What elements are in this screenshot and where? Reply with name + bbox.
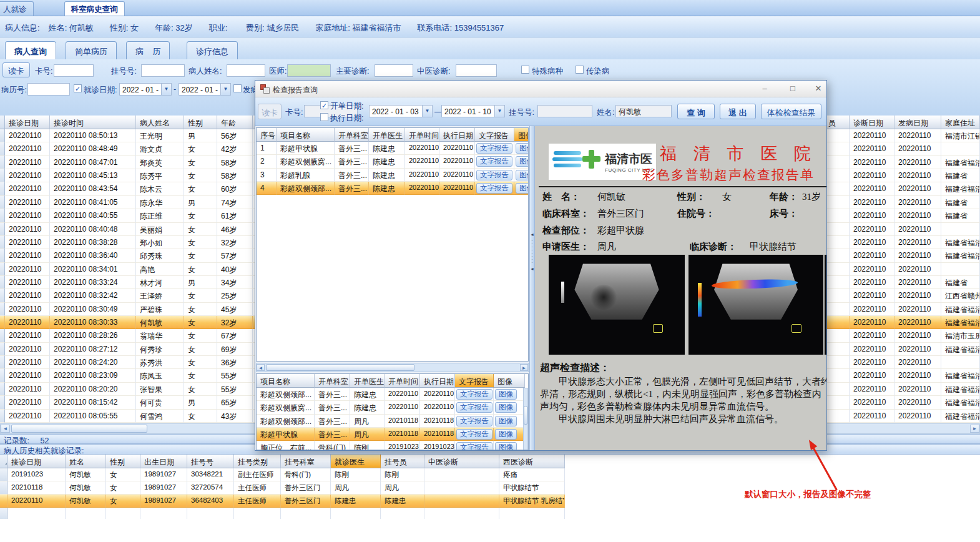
scroll-thumb[interactable] (266, 364, 414, 371)
column-header[interactable]: 性别 (106, 455, 140, 468)
table-row[interactable]: 3彩超乳腺普外三...陈建忠2022011020220110文字报告图像 (257, 169, 528, 182)
image-button[interactable]: 图像 (516, 143, 529, 154)
column-header[interactable]: 挂号员 (381, 455, 424, 468)
image-button[interactable]: 图像 (516, 170, 529, 180)
patient-name-input[interactable] (227, 64, 265, 77)
scroll-left-icon[interactable]: ◄ (1, 425, 10, 433)
top-tab-0[interactable]: 人就诊 (0, 1, 34, 16)
infectious-checkbox[interactable] (576, 66, 584, 74)
table-row[interactable]: 20191023何凯敏女1989102730348221副主任医师骨科(门)陈刚… (0, 468, 565, 481)
grid-hscrollbar[interactable]: ◄ ► (256, 363, 529, 372)
column-header[interactable]: 挂号号 (187, 455, 234, 468)
table-row[interactable]: 彩超双侧腋窝...普外三...陈建忠2022011020220110文字报告图像 (257, 401, 528, 414)
order-date-to-combo[interactable]: 2022 - 01 - 10▼ (441, 105, 505, 117)
column-header[interactable]: 接诊日期 (7, 455, 66, 468)
dialog-title-bar[interactable]: 检查报告查询 – □ ✕ (255, 81, 826, 97)
column-header[interactable]: 年龄 (217, 116, 253, 129)
column-header[interactable]: 图像 (514, 128, 529, 142)
text-report-button[interactable]: 文字报告 (456, 402, 492, 413)
table-row[interactable]: 4彩超双侧颈部...普外三...陈建忠2022011020220110文字报告图… (257, 182, 528, 195)
table-row[interactable]: 20220110何凯敏女1989102736482403主任医师普外三区门陈建忠… (0, 495, 565, 508)
image-button[interactable]: 图像 (495, 402, 517, 413)
column-header[interactable]: 开单医生 (369, 128, 405, 142)
chevron-down-icon[interactable]: ▼ (422, 106, 432, 117)
text-report-button[interactable]: 文字报告 (456, 389, 492, 400)
image-button[interactable]: 图像 (516, 156, 529, 167)
order-date-checkbox[interactable]: ✓ (320, 101, 328, 109)
text-report-button[interactable]: 文字报告 (476, 143, 512, 154)
scroll-right-icon[interactable]: ► (520, 364, 528, 371)
column-header[interactable]: 诊断日期 (850, 116, 894, 129)
close-button[interactable]: ✕ (808, 82, 828, 95)
exec-date-checkbox[interactable] (320, 113, 328, 121)
table-row[interactable]: 胸正位、右前...骨科(门)陈刚2019102320191023文字报告图像 (257, 441, 528, 450)
column-header[interactable]: 性别 (184, 116, 217, 129)
column-header[interactable]: 项目名称 (257, 374, 315, 388)
column-header[interactable]: 图像 (494, 374, 525, 388)
sub-tab-3[interactable]: 诊疗信息 (187, 41, 238, 59)
table-row[interactable]: 20210118何凯敏女1989102732720574主任医师普外三区门周凡周… (0, 481, 565, 495)
column-header[interactable]: 序号 (257, 128, 277, 142)
sub-tab-2[interactable]: 病 历 (126, 41, 170, 59)
table-row[interactable]: 彩超双侧颈部...普外三...陈建忠2022011020220110文字报告图像 (257, 388, 528, 401)
text-report-button[interactable]: 文字报告 (476, 156, 512, 167)
tcm-diag-input[interactable] (456, 64, 497, 77)
order-date-from-combo[interactable]: 2022 - 01 - 03▼ (369, 105, 433, 117)
visit-date-from-combo[interactable]: 2022 - 01 - 10▼ (119, 83, 172, 96)
column-header[interactable]: 接诊时间 (50, 116, 136, 129)
scroll-thumb[interactable] (524, 406, 527, 425)
table-row[interactable]: 1彩超甲状腺普外三...陈建忠2022011020220110文字报告图像 (257, 142, 528, 155)
doctor-input[interactable] (287, 64, 331, 77)
card-no-input[interactable] (54, 64, 94, 77)
scroll-left-icon[interactable]: ◄ (257, 364, 265, 371)
top-tab-1[interactable]: 科室病史查询 (64, 1, 125, 16)
scroll-right-icon[interactable]: ► (970, 425, 979, 433)
dialog-read-card-button[interactable]: 读卡 (258, 104, 282, 119)
grid-vscrollbar[interactable] (523, 388, 528, 450)
column-header[interactable]: 开单科室 (315, 374, 350, 388)
column-header[interactable]: 病人姓名 (136, 116, 184, 129)
image-button[interactable]: 图像 (516, 183, 529, 194)
column-header[interactable]: 文字报告 (455, 374, 494, 388)
column-header[interactable]: 发病日期 (894, 116, 941, 129)
special-disease-checkbox[interactable] (521, 66, 529, 74)
visit-date-to-combo[interactable]: 2022 - 01 - 10▼ (179, 83, 231, 96)
column-header[interactable]: 执行日期 (439, 128, 475, 142)
column-header[interactable]: 挂号科室 (281, 455, 331, 468)
physical-result-button[interactable]: 体检检查结果 (761, 104, 821, 119)
collapse-left-icon[interactable]: ◄ (530, 232, 534, 237)
column-header[interactable]: 开单时间 (385, 374, 420, 388)
column-header[interactable]: 开单医生 (350, 374, 385, 388)
text-report-button[interactable]: 文字报告 (456, 416, 492, 426)
table-row[interactable]: 彩超甲状腺普外三...周凡2021011820210118文字报告图像 (257, 428, 528, 441)
column-header[interactable]: 开单时间 (405, 128, 439, 142)
column-header[interactable]: 姓名 (66, 455, 106, 468)
query-button[interactable]: 查 询 (677, 104, 715, 119)
column-header[interactable]: 出生日期 (140, 455, 187, 468)
image-button[interactable]: 图像 (495, 429, 517, 440)
chevron-down-icon[interactable]: ▼ (220, 84, 230, 95)
column-header[interactable]: 开单科室 (335, 128, 369, 142)
panel-splitter[interactable]: ◄ ········ ◄ (529, 126, 535, 450)
reg-no-input[interactable] (141, 64, 185, 77)
collapse-left-icon[interactable]: ◄ (530, 267, 534, 271)
main-diag-input[interactable] (375, 64, 413, 77)
column-header[interactable]: 西医诊断 (499, 455, 565, 468)
maximize-button[interactable]: □ (783, 82, 803, 95)
column-header[interactable]: 中医诊断 (424, 455, 499, 468)
dialog-reg-no-input[interactable] (537, 105, 592, 117)
column-header[interactable]: 文字报告 (475, 128, 514, 142)
table-row[interactable]: 彩超双侧颈部...普外三...周凡2021011820210118文字报告图像 (257, 415, 528, 428)
text-report-button[interactable]: 文字报告 (456, 429, 492, 440)
column-header[interactable]: 接诊日期 (5, 116, 50, 129)
column-header[interactable]: 家庭住址 (941, 116, 980, 129)
sub-tab-0[interactable]: 病人查询 (5, 41, 56, 59)
chevron-down-icon[interactable]: ▼ (494, 106, 504, 117)
scroll-thumb[interactable] (11, 425, 147, 433)
column-header[interactable]: 就诊医生 (331, 455, 381, 468)
image-button[interactable]: 图像 (495, 389, 517, 400)
column-header[interactable]: 执行日期 (420, 374, 455, 388)
sub-tab-1[interactable]: 简单病历 (66, 41, 117, 59)
image-button[interactable]: 图像 (495, 416, 517, 426)
column-header[interactable]: 项目名称 (277, 128, 335, 142)
